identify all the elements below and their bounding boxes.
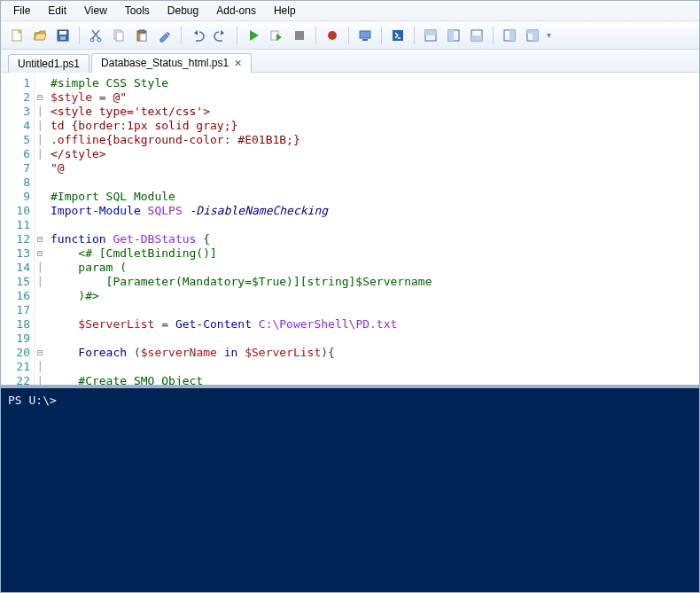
console-pane[interactable]: PS U:\>	[1, 388, 699, 592]
close-icon[interactable]: ✕	[234, 58, 242, 69]
svg-rect-3	[60, 36, 66, 40]
code-line[interactable]	[51, 218, 694, 232]
tab-untitled1[interactable]: Untitled1.ps1	[8, 54, 89, 73]
tab-database-status[interactable]: Database_Status_html.ps1 ✕	[91, 53, 252, 73]
fold-marker	[35, 218, 45, 232]
svg-rect-24	[509, 30, 515, 41]
run-button[interactable]	[243, 25, 264, 46]
script-editor[interactable]: 123456789101112131415161718192021222324 …	[1, 73, 699, 388]
fold-gutter[interactable]: ⊟││││⊟⊟││⊟││││	[35, 73, 45, 385]
menu-view[interactable]: View	[77, 3, 114, 19]
fold-marker	[35, 190, 45, 204]
show-command-button[interactable]	[499, 25, 520, 46]
fold-marker: │	[35, 275, 45, 289]
pane-side-button[interactable]	[443, 25, 464, 46]
toolbox-button[interactable]	[522, 25, 543, 46]
code-line[interactable]: td {border:1px solid gray;}	[51, 119, 694, 133]
code-area[interactable]: #simple CSS Style$style = @"<style type=…	[45, 73, 699, 385]
code-line[interactable]: "@	[51, 161, 694, 176]
run-selection-icon	[269, 28, 284, 43]
code-line[interactable]: param (	[51, 261, 694, 275]
svg-rect-10	[140, 34, 146, 41]
code-line[interactable]: </style>	[51, 147, 694, 161]
powershell-button[interactable]	[387, 25, 408, 46]
code-line[interactable]: #simple CSS Style	[51, 76, 694, 90]
line-number: 22	[1, 374, 30, 388]
menu-help[interactable]: Help	[267, 3, 303, 19]
new-icon	[10, 28, 24, 43]
svg-rect-27	[533, 34, 538, 41]
fold-marker: │	[35, 133, 45, 147]
run-selection-button[interactable]	[266, 25, 287, 46]
code-line[interactable]: <style type='text/css'>	[51, 105, 694, 119]
copy-button[interactable]	[108, 25, 129, 46]
code-line[interactable]: #Create SMO Object	[51, 374, 694, 385]
line-number: 12	[1, 232, 30, 246]
open-button[interactable]	[29, 25, 51, 46]
fold-marker	[35, 317, 45, 332]
menu-edit[interactable]: Edit	[41, 3, 74, 19]
separator-icon	[414, 27, 415, 44]
save-button[interactable]	[52, 25, 74, 46]
code-line[interactable]: function Get-DBStatus {	[51, 232, 694, 246]
fold-marker	[35, 76, 45, 90]
remote-button[interactable]	[354, 25, 376, 46]
overflow-icon[interactable]: ▾	[547, 30, 551, 40]
new-button[interactable]	[6, 25, 27, 46]
pane-console-button[interactable]	[466, 25, 487, 46]
code-line[interactable]	[51, 176, 694, 190]
paste-button[interactable]	[131, 25, 152, 46]
menu-debug[interactable]: Debug	[160, 3, 206, 19]
fold-marker[interactable]: ⊟	[35, 346, 45, 360]
tab-bar: Untitled1.ps1 Database_Status_html.ps1 ✕	[1, 50, 699, 73]
fold-marker	[35, 332, 45, 346]
code-line[interactable]: .offline{background-color: #E01B1B;}	[51, 133, 694, 147]
separator-icon	[79, 27, 80, 44]
toolbar: ▾	[1, 21, 699, 50]
menu-file[interactable]: File	[6, 3, 37, 19]
code-line[interactable]: #Import SQL Module	[51, 190, 694, 204]
fold-marker: │	[35, 360, 45, 374]
line-number: 1	[1, 76, 30, 90]
code-line[interactable]	[51, 360, 694, 374]
cut-button[interactable]	[85, 25, 106, 46]
code-line[interactable]: $ServerList = Get-Content C:\PowerShell\…	[51, 317, 694, 332]
fold-marker[interactable]: ⊟	[35, 246, 45, 261]
code-line[interactable]: <# [CmdletBinding()]	[51, 246, 694, 261]
fold-marker[interactable]: ⊟	[35, 90, 45, 105]
code-line[interactable]: [Parameter(Mandatory=$True)][string]$Ser…	[51, 275, 694, 289]
line-number: 8	[1, 176, 30, 190]
line-number: 7	[1, 161, 30, 176]
code-line[interactable]: Import-Module SQLPS -DisableNameChecking	[51, 204, 694, 218]
breakpoint-button[interactable]	[322, 25, 343, 46]
code-line[interactable]: Foreach ($serverName in $ServerList){	[51, 346, 694, 360]
svg-rect-20	[448, 30, 454, 41]
separator-icon	[181, 27, 182, 44]
line-number: 9	[1, 190, 30, 204]
redo-button[interactable]	[210, 25, 231, 46]
pane-script-button[interactable]	[420, 25, 441, 46]
undo-icon	[191, 28, 205, 43]
fold-marker: │	[35, 147, 45, 161]
clear-button[interactable]	[154, 25, 175, 46]
tab-label: Database_Status_html.ps1	[101, 57, 229, 69]
fold-marker: │	[35, 119, 45, 133]
svg-rect-14	[360, 31, 370, 38]
code-line[interactable]: )#>	[51, 289, 694, 303]
line-number: 21	[1, 360, 30, 374]
fold-marker: │	[35, 261, 45, 275]
line-number: 4	[1, 119, 30, 133]
console-prompt: PS U:\>	[8, 394, 692, 407]
menu-tools[interactable]: Tools	[118, 3, 157, 19]
redo-icon	[214, 28, 228, 43]
pane-script-icon	[424, 28, 438, 43]
copy-icon	[112, 28, 126, 43]
code-line[interactable]	[51, 303, 694, 317]
code-line[interactable]: $style = @"	[51, 90, 694, 105]
stop-button[interactable]	[289, 25, 310, 46]
undo-button[interactable]	[187, 25, 208, 46]
fold-marker[interactable]: ⊟	[35, 232, 45, 246]
menu-addons[interactable]: Add-ons	[209, 3, 263, 19]
svg-rect-22	[471, 35, 482, 41]
code-line[interactable]	[51, 332, 694, 346]
